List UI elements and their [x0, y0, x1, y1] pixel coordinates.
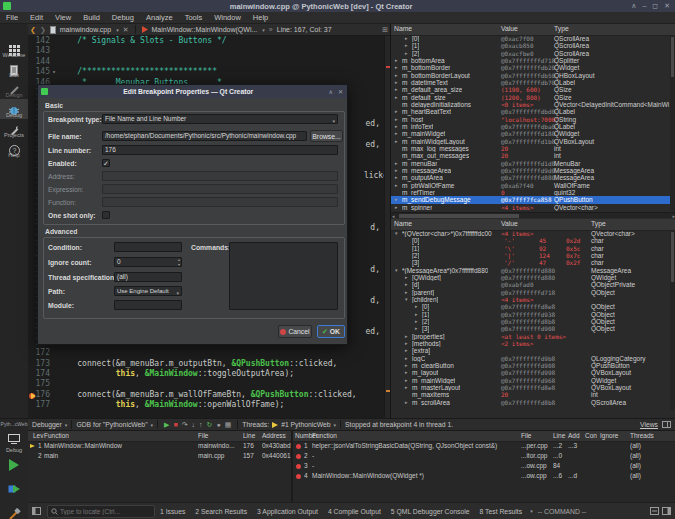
- expand-arrow-icon[interactable]: ▸: [405, 399, 408, 406]
- expand-arrow-icon[interactable]: ▸: [395, 196, 398, 203]
- variable-row[interactable]: ▸[methods]<2 items>: [391, 340, 675, 347]
- maximize-icon[interactable]: ◻: [652, 2, 658, 10]
- continue-icon[interactable]: ▶: [164, 421, 169, 428]
- variable-row[interactable]: ▸logC@0x7fffffffd9b8QLoggingCategory: [391, 355, 675, 362]
- expand-arrow-icon[interactable]: ▸: [415, 303, 418, 310]
- output-panes-dropdown-icon[interactable]: ▾: [530, 508, 533, 514]
- enabled-checkbox[interactable]: ✓: [102, 159, 110, 167]
- code-line[interactable]: 173 connect(&m_menuBar.m_outputBtn, &QPu…: [28, 359, 390, 369]
- sidebar-item-projects[interactable]: Projects: [0, 119, 28, 139]
- variable-row[interactable]: ▸m_layout@0x7fffffffd998QVBoxLayout: [391, 369, 675, 376]
- variable-row[interactable]: ▸m_datetimeText@0x7fffffffdb70QLabel: [391, 79, 675, 86]
- expand-arrow-icon[interactable]: ▸: [415, 325, 418, 332]
- breakpoint-marker-icon[interactable]: [29, 392, 36, 399]
- output-pane-8[interactable]: 8 Test Results: [480, 508, 523, 515]
- step-over-icon[interactable]: ↷: [182, 421, 188, 428]
- code-line[interactable]: 144: [28, 57, 390, 67]
- variable-row[interactable]: ▸m_default_size(1200, 800)QSize: [391, 94, 675, 101]
- expand-arrow-icon[interactable]: ▸: [405, 362, 408, 369]
- line-number[interactable]: 145: [28, 67, 50, 77]
- toggle-bottom-sidebar-icon[interactable]: [662, 507, 671, 515]
- line-number[interactable]: 177: [28, 400, 50, 410]
- expand-arrow-icon[interactable]: ▸: [395, 123, 398, 130]
- sidebar-item-debug[interactable]: Debug: [0, 99, 28, 119]
- build-button[interactable]: [0, 505, 28, 519]
- variable-row[interactable]: m_max_out_messages20int: [391, 152, 675, 159]
- toggle-left-sidebar-icon[interactable]: [32, 507, 41, 515]
- menu-edit[interactable]: Edit: [24, 13, 49, 22]
- line-number-field[interactable]: 176: [102, 145, 338, 155]
- stop-icon[interactable]: ■: [173, 421, 177, 428]
- line-number[interactable]: 144: [28, 57, 50, 67]
- variable-row[interactable]: ▸[1]@0xacb850QScrollArea: [391, 42, 675, 49]
- browse-button[interactable]: Browse...: [310, 130, 343, 142]
- dialog-close-icon[interactable]: ✕: [338, 88, 343, 95]
- expand-arrow-icon[interactable]: ▸: [405, 347, 408, 354]
- code-line[interactable]: 142 /* Signals & Slots - Buttons */: [28, 36, 390, 46]
- variable-row[interactable]: ▸[0]@0x7fffffffd8e8QObject: [391, 303, 675, 310]
- expand-arrow-icon[interactable]: ▾: [395, 267, 398, 274]
- variable-row[interactable]: ▸[1]@0x7fffffffd938QObject: [391, 311, 675, 318]
- line-number[interactable]: 174: [28, 369, 50, 379]
- breakpoint-row[interactable]: 3-...ow.cpp84(all): [293, 461, 675, 471]
- dialog-shade-icon[interactable]: ∧: [329, 88, 333, 95]
- shade-icon[interactable]: ∧: [631, 2, 636, 10]
- variable-row[interactable]: [1]'\'920x5cchar: [391, 245, 675, 252]
- variable-row[interactable]: [2]'|'1240x7cchar: [391, 252, 675, 259]
- code-line[interactable]: 145▾ /****************************: [28, 67, 390, 77]
- variable-row[interactable]: ▸m_infoText@0x7fffffffdba0QLabel: [391, 123, 675, 130]
- variable-row[interactable]: ▸m_outputArea@0x7fffffffd880MessageArea: [391, 174, 675, 181]
- expand-arrow-icon[interactable]: ▸: [405, 50, 408, 57]
- line-number[interactable]: 142: [28, 36, 50, 46]
- expand-arrow-icon[interactable]: ▾: [395, 230, 398, 237]
- expand-arrow-icon[interactable]: ▸: [405, 42, 408, 49]
- variable-row[interactable]: ▸[extra]: [391, 347, 675, 354]
- code-line[interactable]: 172: [28, 348, 390, 358]
- variable-row[interactable]: [0]'-'450x2dchar: [391, 237, 675, 244]
- symbol-combobox[interactable]: MainWindow::MainWindow(QWi...: [152, 26, 258, 33]
- panel-layout-icon[interactable]: [662, 421, 671, 429]
- code-line[interactable]: 177 this, &MainWindow::openWallOfFame);: [28, 400, 390, 410]
- thread-spec-field[interactable]: (all): [114, 272, 182, 282]
- open-file-tab[interactable]: mainwindow.cpp: [60, 26, 111, 33]
- symbol-dropdown-icon[interactable]: ▾: [262, 27, 265, 33]
- engine-combobox[interactable]: GDB for "PythonicWeb": [76, 421, 147, 428]
- line-number[interactable]: 175: [28, 379, 50, 389]
- thread-combobox[interactable]: #1 PythonicWeb: [281, 421, 330, 428]
- menu-build[interactable]: Build: [77, 13, 106, 22]
- breakpoint-row[interactable]: 1helper::jsonValToStringBasicData(QStrin…: [293, 441, 675, 451]
- output-pane-1[interactable]: 1 Issues: [160, 508, 185, 515]
- file-name-field[interactable]: /home/stephan/Documents/Pythonic/src/Pyt…: [102, 131, 307, 141]
- variable-row[interactable]: ▸m_masterLayout@0x7fffffffd8e8QVBoxLayou…: [391, 384, 675, 391]
- run-button[interactable]: [9, 459, 19, 471]
- sidebar-item-design[interactable]: Design: [0, 79, 28, 99]
- cancel-button[interactable]: Cancel: [278, 325, 312, 338]
- output-pane-2[interactable]: 2 Search Results: [195, 508, 247, 515]
- breakpoint-type-combobox[interactable]: File Name and Line Number▾: [102, 114, 338, 124]
- locals-vscrollbar[interactable]: [670, 35, 675, 211]
- one-shot-checkbox[interactable]: [102, 211, 110, 219]
- expand-arrow-icon[interactable]: ▸: [395, 64, 398, 71]
- menu-file[interactable]: File: [0, 13, 24, 22]
- line-number[interactable]: 172: [28, 348, 50, 358]
- sidebar-item-edit[interactable]: Edit: [0, 59, 28, 79]
- variable-row[interactable]: ▸m_spinner<4 items>QVector<char>: [391, 204, 675, 211]
- expand-arrow-icon[interactable]: ▾: [405, 296, 408, 303]
- fold-marker-icon[interactable]: ▾: [50, 67, 58, 77]
- menu-window[interactable]: Window: [208, 13, 247, 22]
- close-right-sidebar-icon[interactable]: [650, 507, 659, 515]
- views-button[interactable]: Views: [640, 421, 658, 428]
- variable-row[interactable]: ▸[d]@0xabfad0QObjectPrivate: [391, 281, 675, 288]
- code-line[interactable]: 174 this, &MainWindow::toggleOutputArea)…: [28, 369, 390, 379]
- variable-row[interactable]: ▸m_bottomBorder@0x7fffffffdb20QWidget: [391, 64, 675, 71]
- variable-row[interactable]: ▸[3]@0x7fffffffd908QObject: [391, 325, 675, 332]
- menu-help[interactable]: Help: [247, 13, 274, 22]
- expand-arrow-icon[interactable]: ▸: [405, 333, 408, 340]
- variable-row[interactable]: ▸m_ptrWallOfFame@0xa67f40WallOfFame: [391, 182, 675, 189]
- output-pane-3[interactable]: 3 Application Output: [257, 508, 318, 515]
- expand-arrow-icon[interactable]: ▸: [405, 369, 408, 376]
- stack-frame-row[interactable]: 2mainmain.cpp1570x440061: [28, 451, 291, 461]
- ignore-count-spinbox[interactable]: 0 ▴▾: [114, 257, 182, 267]
- module-field[interactable]: [114, 300, 182, 310]
- close-icon[interactable]: ✕: [664, 2, 670, 10]
